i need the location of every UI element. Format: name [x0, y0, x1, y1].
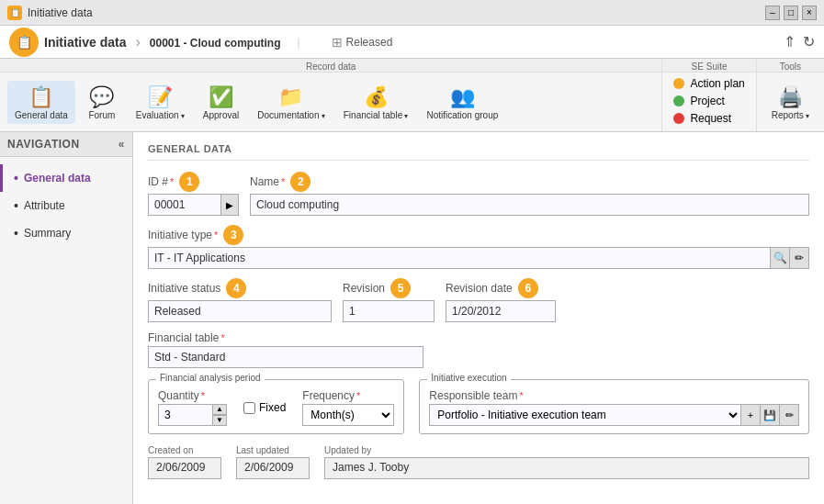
quantity-down-button[interactable]: ▼	[212, 415, 227, 426]
created-on-label: Created on	[148, 445, 221, 455]
reports-label: Reports	[772, 110, 809, 120]
se-suite-project[interactable]: Project	[673, 94, 744, 108]
sidebar-item-label: General data	[24, 172, 91, 185]
updated-by-value: James J. Tooby	[324, 457, 809, 479]
last-updated-field: Last updated 2/06/2009	[236, 445, 310, 479]
toolbar-evaluation[interactable]: 📝 Evaluation	[129, 81, 192, 124]
status-input	[148, 300, 332, 322]
financial-table-icon: 💰	[363, 84, 389, 110]
app-icon: 📋	[7, 6, 22, 20]
sidebar-item-label: Attribute	[24, 199, 65, 212]
required-star: *	[281, 176, 285, 187]
window-controls[interactable]: – □ ×	[765, 6, 817, 20]
minimize-button[interactable]: –	[765, 6, 780, 20]
revision-group: Revision 5	[343, 278, 435, 322]
breadcrumb-separator: ›	[135, 34, 140, 50]
id-name-row: ID # * 1 ▶ Name * 2	[148, 172, 809, 216]
name-input[interactable]	[250, 194, 809, 216]
address-nav-buttons[interactable]: ⇑ ↻	[784, 33, 815, 50]
toolbar-notification-group[interactable]: 👥 Notification group	[419, 81, 505, 124]
responsible-team-row: Portfolio - Initiative execution team + …	[429, 404, 799, 426]
maximize-button[interactable]: □	[784, 6, 798, 20]
sidebar-item-label: Summary	[24, 227, 71, 240]
toolbar-general-data[interactable]: 📋 General data	[7, 81, 75, 124]
sidebar-header: NAVIGATION «	[0, 132, 132, 157]
sidebar-item-general-data[interactable]: • General data	[0, 164, 132, 192]
tools-items: 🖨️ Reports	[757, 73, 824, 131]
initiative-type-edit-button[interactable]: ✏	[789, 247, 809, 269]
record-icon: 📋	[9, 28, 39, 57]
quantity-stepper[interactable]: ▲ ▼	[212, 404, 227, 426]
boxes-row: Financial analysis period Quantity * ▲ ▼	[148, 379, 809, 434]
status-revision-row: Initiative status 4 Revision 5 Revision …	[148, 278, 809, 322]
updated-by-field: Updated by James J. Tooby	[324, 445, 809, 479]
responsible-team-select[interactable]: Portfolio - Initiative execution team	[429, 404, 741, 426]
quantity-input[interactable]	[158, 404, 213, 426]
id-input[interactable]	[148, 194, 221, 216]
se-suite-request[interactable]: Request	[673, 111, 744, 126]
evaluation-icon: 📝	[147, 84, 173, 110]
toolbar-items: 📋 General data 💬 Forum 📝 Evaluation ✅ Ap…	[0, 73, 661, 131]
main-layout: NAVIGATION « • General data • Attribute …	[0, 132, 824, 504]
badge-3: 3	[223, 225, 243, 245]
status-text: Released	[346, 36, 393, 49]
toolbar-documentation[interactable]: 📁 Documentation	[250, 81, 333, 124]
bullet-icon: •	[14, 226, 18, 241]
tools-label: Tools	[757, 59, 824, 73]
se-suite-action-plan[interactable]: Action plan	[673, 76, 744, 91]
sidebar-item-summary[interactable]: • Summary	[0, 219, 132, 247]
badge-6: 6	[518, 278, 538, 298]
last-updated-label: Last updated	[236, 445, 310, 455]
initiative-type-search-button[interactable]: 🔍	[770, 247, 790, 269]
responsible-team-edit-button[interactable]: ✏	[779, 404, 799, 426]
badge-5: 5	[390, 278, 411, 298]
quantity-up-button[interactable]: ▲	[212, 404, 227, 415]
id-label: ID # * 1	[148, 172, 239, 192]
toolbar-reports[interactable]: 🖨️ Reports	[764, 81, 817, 124]
initiative-type-input[interactable]	[148, 247, 771, 269]
forum-icon: 💬	[89, 84, 115, 110]
name-group: Name * 2	[250, 172, 809, 216]
close-button[interactable]: ×	[802, 6, 817, 20]
reports-icon: 🖨️	[777, 84, 803, 110]
fixed-checkbox-group[interactable]: Fixed	[243, 401, 286, 414]
record-data-label: Record data	[0, 59, 661, 73]
title-bar-left: 📋 Initiative data	[7, 6, 93, 20]
id-arrow-button[interactable]: ▶	[220, 194, 239, 216]
project-label: Project	[690, 95, 724, 107]
revision-date-label: Revision date 6	[446, 278, 556, 298]
sidebar-title: NAVIGATION	[7, 138, 80, 151]
nav-refresh-button[interactable]: ↻	[803, 33, 815, 50]
sidebar-collapse-button[interactable]: «	[119, 138, 125, 151]
frequency-select[interactable]: Month(s) Day(s) Week(s) Year(s)	[302, 404, 394, 426]
quantity-label: Quantity *	[158, 389, 227, 402]
toolbar-financial-table[interactable]: 💰 Financial table	[336, 81, 416, 124]
breadcrumb-root: Initiative data	[44, 35, 126, 50]
revision-date-group: Revision date 6	[446, 278, 556, 322]
financial-table-input[interactable]	[148, 346, 423, 368]
required-star: *	[220, 332, 224, 343]
created-on-value: 2/06/2009	[148, 457, 221, 479]
forum-label: Forum	[88, 110, 115, 120]
project-dot	[673, 95, 684, 106]
toolbar-forum[interactable]: 💬 Forum	[79, 81, 125, 124]
responsible-team-add-button[interactable]: +	[740, 404, 761, 426]
responsible-team-group: Responsible team * Portfolio - Initiativ…	[429, 389, 799, 426]
section-title: GENERAL DATA	[148, 143, 809, 161]
request-dot	[673, 113, 684, 124]
toolbar-approval[interactable]: ✅ Approval	[196, 81, 246, 124]
fixed-checkbox[interactable]	[243, 402, 255, 414]
toolbar: Record data 📋 General data 💬 Forum 📝 Eva…	[0, 59, 824, 132]
quantity-input-group: ▲ ▼	[158, 404, 227, 426]
approval-label: Approval	[203, 110, 239, 120]
id-input-group: ▶	[148, 194, 239, 216]
nav-up-button[interactable]: ⇑	[784, 33, 796, 50]
sidebar-item-attribute[interactable]: • Attribute	[0, 192, 132, 219]
quantity-group: Quantity * ▲ ▼	[158, 389, 227, 426]
initiative-type-input-row: 🔍 ✏	[148, 247, 809, 269]
action-plan-dot	[673, 78, 684, 89]
required-star: *	[214, 230, 218, 241]
created-on-field: Created on 2/06/2009	[148, 445, 221, 479]
responsible-team-save-button[interactable]: 💾	[760, 404, 780, 426]
frequency-group: Frequency * Month(s) Day(s) Week(s) Year…	[302, 389, 394, 426]
